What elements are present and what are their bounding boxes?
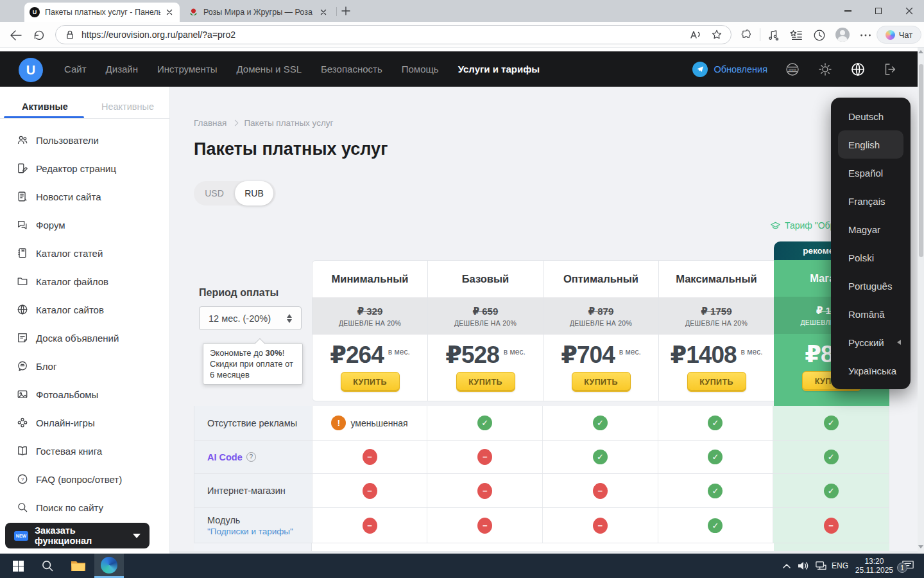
extensions-icon[interactable]: [739, 28, 753, 42]
media-extension-icon[interactable]: [766, 28, 780, 42]
taskbar-clock[interactable]: 13:20 25.11.2025: [855, 554, 893, 578]
nav-domains[interactable]: Домены и SSL: [237, 64, 302, 74]
file-explorer-button[interactable]: [65, 554, 91, 578]
toolbar-separator: [760, 28, 760, 41]
language-item-romana[interactable]: Română: [831, 300, 911, 328]
start-button[interactable]: [5, 554, 31, 578]
tab-active-modules[interactable]: Активные: [22, 101, 68, 112]
language-item-russian[interactable]: Русский: [831, 328, 911, 356]
sidebar-item-label: Каталог сайтов: [36, 304, 104, 315]
telegram-icon[interactable]: [692, 62, 708, 77]
nav-security[interactable]: Безопасность: [321, 64, 382, 74]
logout-icon[interactable]: [883, 62, 898, 77]
feature-row-online-shop: Интернет-магазин − − − ✓ ✓: [194, 473, 889, 507]
buy-button[interactable]: КУПИТЬ: [341, 372, 400, 392]
guestbook-icon: [17, 445, 28, 457]
language-item-francais[interactable]: Français: [831, 187, 911, 215]
nav-help[interactable]: Помощь: [402, 64, 439, 74]
education-tariff-link[interactable]: Тариф "Обр: [770, 220, 835, 231]
back-icon[interactable]: [9, 28, 23, 42]
vertical-scrollbar[interactable]: [918, 48, 924, 554]
feature-value: ✓: [773, 406, 889, 440]
tab-inactive-modules[interactable]: Неактивные: [101, 101, 154, 112]
sidebar-item-photo-albums[interactable]: Фотоальбомы: [0, 380, 170, 408]
favorite-star-icon[interactable]: [710, 28, 723, 41]
notification-center-button[interactable]: 1: [897, 554, 919, 578]
tab-close-icon[interactable]: [164, 7, 175, 17]
sidebar-item-page-editor[interactable]: Редактор страниц: [0, 154, 170, 182]
tray-expand-button[interactable]: [779, 554, 794, 578]
breadcrumb-home[interactable]: Главная: [194, 118, 227, 128]
gear-icon[interactable]: [817, 62, 833, 77]
refresh-icon[interactable]: [32, 28, 46, 42]
feature-value: ✓: [658, 508, 774, 543]
maximize-button[interactable]: [873, 6, 884, 16]
sidebar-item-forum[interactable]: Форум: [0, 211, 170, 239]
scrollbar-thumb[interactable]: [919, 64, 923, 257]
help-icon[interactable]: ?: [246, 452, 256, 462]
profile-avatar[interactable]: [835, 28, 850, 42]
sidebar-item-site-search[interactable]: Поиск по сайту: [0, 493, 170, 521]
nav-services-tariffs[interactable]: Услуги и тарифы: [458, 64, 540, 74]
address-bar[interactable]: https://eurovision.org.ru/panel/?a=pro2: [55, 25, 732, 44]
network-button[interactable]: [812, 554, 829, 578]
edge-taskbar-button[interactable]: [94, 554, 124, 578]
sidebar-item-faq[interactable]: ?FAQ (вопрос/ответ): [0, 465, 170, 493]
updates-link[interactable]: Обновления: [714, 64, 767, 74]
buy-button[interactable]: КУПИТЬ: [456, 372, 515, 392]
plan-column-basic: Базовый ₽ 659ДЕШЕВЛЕ НА 20% ₽528в мес. К…: [428, 261, 543, 401]
minus-icon: −: [363, 449, 377, 465]
language-item-portugues[interactable]: Português: [831, 272, 911, 300]
scroll-up-icon[interactable]: [918, 50, 923, 53]
language-item-magyar[interactable]: Magyar: [831, 215, 911, 243]
sidebar-item-article-catalog[interactable]: Каталог статей: [0, 239, 170, 267]
volume-button[interactable]: [796, 554, 811, 578]
url-text[interactable]: https://eurovision.org.ru/panel/?a=pro2: [81, 30, 689, 40]
www-domain-icon[interactable]: www: [785, 62, 800, 77]
buy-button[interactable]: КУПИТЬ: [572, 372, 631, 392]
minimize-button[interactable]: [842, 6, 853, 16]
currency-rub[interactable]: RUB: [235, 181, 273, 206]
language-label: Español: [848, 168, 883, 179]
currency-usd[interactable]: USD: [194, 188, 235, 198]
taskbar-search-button[interactable]: [35, 554, 60, 578]
language-indicator[interactable]: ENG: [829, 554, 851, 578]
sidebar-item-guestbook[interactable]: Гостевая книга: [0, 437, 170, 465]
browser-tab-inactive[interactable]: Розы Мира и Жругры — Роза М: [184, 3, 334, 22]
language-item-espanol[interactable]: Español: [831, 159, 911, 187]
site-logo[interactable]: U: [19, 58, 43, 82]
language-item-ukrainska[interactable]: Українська: [831, 356, 911, 385]
sidebar-item-blog[interactable]: Блог: [0, 352, 170, 380]
sidebar-item-users[interactable]: Пользователи: [0, 126, 170, 154]
buy-button[interactable]: КУПИТЬ: [687, 372, 746, 392]
sidebar-item-site-catalog[interactable]: Каталог сайтов: [0, 295, 170, 324]
order-functionality-button[interactable]: NEW Заказать функционал: [5, 523, 150, 548]
tab-title: Пакеты платных услуг - Панель у: [45, 8, 160, 17]
new-tab-icon[interactable]: [340, 5, 352, 17]
copilot-chat-button[interactable]: Чат: [877, 26, 921, 44]
more-menu-icon[interactable]: [859, 28, 873, 42]
sidebar-item-file-catalog[interactable]: Каталог файлов: [0, 267, 170, 295]
close-button[interactable]: [903, 6, 915, 16]
sidebar-item-online-games[interactable]: Онлайн-игры: [0, 408, 170, 437]
scroll-down-icon[interactable]: [918, 545, 923, 548]
language-item-deutsch[interactable]: Deutsch: [831, 102, 911, 130]
nav-design[interactable]: Дизайн: [106, 64, 138, 74]
tab-close-icon[interactable]: [318, 7, 329, 17]
sidebar-item-bulletin-board[interactable]: Доска объявлений: [0, 324, 170, 352]
language-item-polski[interactable]: Polski: [831, 243, 911, 272]
subscriptions-module-link[interactable]: "Подписки и тарифы": [207, 527, 312, 536]
nav-tools[interactable]: Инструменты: [157, 64, 218, 74]
read-aloud-icon[interactable]: [689, 28, 703, 42]
plan-old-price: ₽ 1759: [701, 306, 732, 317]
browser-tab-active[interactable]: U Пакеты платных услуг - Панель у: [24, 3, 180, 22]
language-globe-icon[interactable]: [850, 62, 866, 77]
sidebar-item-site-news[interactable]: Новости сайта: [0, 182, 170, 211]
language-item-english[interactable]: English: [838, 130, 903, 159]
nav-site[interactable]: Сайт: [64, 64, 87, 74]
period-select[interactable]: 12 мес. (-20%): [199, 306, 302, 330]
tariff-link-label: Тариф "Обр: [785, 220, 835, 231]
history-icon[interactable]: [812, 28, 826, 42]
feature-label[interactable]: AI Code: [207, 452, 243, 462]
collections-icon[interactable]: [789, 28, 803, 42]
